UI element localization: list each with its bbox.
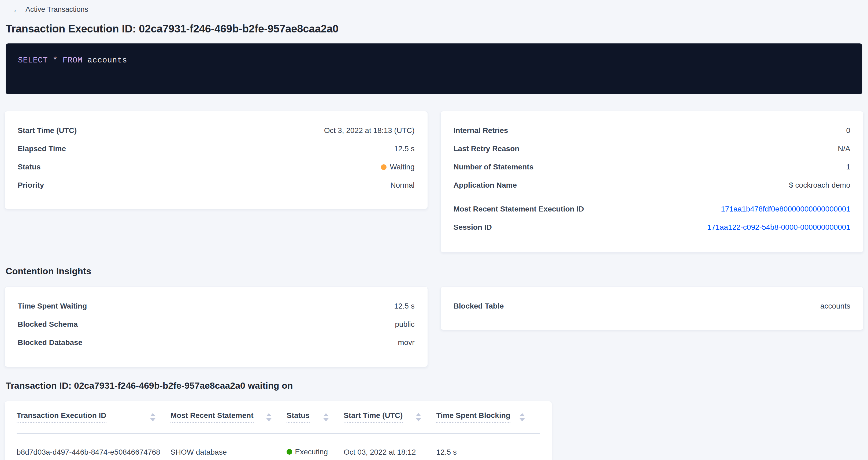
cell-start-time: Oct 03, 2022 at 18:12	[344, 433, 436, 460]
status-text: Waiting	[390, 163, 414, 171]
kv-row-blocked-database: Blocked Database movr	[18, 334, 415, 352]
kv-label: Application Name	[454, 181, 517, 189]
back-link-label: Active Transactions	[26, 5, 88, 14]
back-to-active-transactions-link[interactable]: ← Active Transactions	[12, 5, 88, 14]
kv-label: Most Recent Statement Execution ID	[454, 205, 584, 213]
kv-label: Priority	[18, 181, 44, 189]
cell-status: Executing	[286, 433, 344, 460]
kv-label: Number of Statements	[454, 163, 534, 171]
session-id-link[interactable]: 171aa122-c092-54b8-0000-000000000001	[707, 223, 850, 232]
card-divider	[454, 198, 850, 198]
kv-label: Start Time (UTC)	[18, 126, 77, 135]
sql-statement: SELECT * FROM accounts	[18, 56, 127, 65]
cell-most-recent-statement: SHOW database	[170, 433, 286, 460]
kv-value: $ cockroach demo	[789, 181, 850, 189]
waiting-on-heading: Transaction ID: 02ca7931-f246-469b-b2fe-…	[6, 380, 863, 391]
kv-row-number-of-statements: Number of Statements 1	[454, 158, 850, 176]
kv-value: 12.5 s	[394, 302, 414, 310]
column-header-label: Start Time (UTC)	[344, 411, 403, 423]
sql-keyword-select: SELECT	[18, 56, 48, 65]
contention-cards: Time Spent Waiting 12.5 s Blocked Schema…	[5, 286, 863, 367]
transaction-details-page: ← Active Transactions Transaction Execut…	[0, 0, 868, 460]
column-header-transaction-execution-id[interactable]: Transaction Execution ID	[17, 401, 170, 433]
kv-value: movr	[398, 338, 414, 347]
kv-value: accounts	[820, 302, 850, 310]
contention-card-right: Blocked Table accounts	[440, 286, 864, 330]
waiting-on-table-panel: Transaction Execution ID Most Recent Sta…	[5, 401, 552, 460]
kv-row-internal-retries: Internal Retries 0	[454, 121, 850, 140]
column-header-label: Most Recent Statement	[170, 411, 254, 423]
status-value: Waiting	[381, 163, 414, 171]
sort-arrows-icon[interactable]	[416, 413, 421, 421]
kv-label: Last Retry Reason	[454, 145, 520, 153]
sql-table-name: accounts	[87, 56, 127, 65]
cell-time-spent-blocking: 12.5 s	[436, 433, 540, 460]
kv-value: N/A	[838, 145, 850, 153]
kv-label: Blocked Table	[454, 302, 504, 310]
kv-row-status: Status Waiting	[18, 158, 415, 176]
kv-label: Status	[18, 163, 41, 171]
kv-label: Blocked Schema	[18, 320, 78, 329]
kv-row-start-time: Start Time (UTC) Oct 3, 2022 at 18:13 (U…	[18, 121, 415, 140]
column-header-label: Time Spent Blocking	[436, 411, 510, 423]
executing-status-dot-icon	[286, 449, 292, 455]
overview-card-right: Internal Retries 0 Last Retry Reason N/A…	[440, 111, 864, 252]
column-header-time-spent-blocking[interactable]: Time Spent Blocking	[436, 401, 540, 433]
sql-keyword-from: FROM	[63, 56, 83, 65]
contention-card-left: Time Spent Waiting 12.5 s Blocked Schema…	[5, 286, 428, 367]
waiting-on-table: Transaction Execution ID Most Recent Sta…	[17, 401, 540, 460]
kv-value: Normal	[390, 181, 414, 189]
kv-row-statement-execution-id: Most Recent Statement Execution ID 171aa…	[454, 200, 850, 218]
statement-execution-id-link[interactable]: 171aa1b478fdf0e80000000000000001	[721, 205, 850, 213]
kv-row-blocked-table: Blocked Table accounts	[454, 297, 850, 315]
kv-value: Oct 3, 2022 at 18:13 (UTC)	[324, 126, 415, 135]
waiting-status-dot-icon	[381, 164, 386, 170]
kv-value: 1	[846, 163, 850, 171]
sql-statement-box: SELECT * FROM accounts	[6, 43, 862, 94]
kv-row-session-id: Session ID 171aa122-c092-54b8-0000-00000…	[454, 218, 850, 237]
left-arrow-icon: ←	[12, 6, 21, 14]
sort-arrows-icon[interactable]	[323, 413, 329, 421]
column-header-most-recent-statement[interactable]: Most Recent Statement	[170, 401, 286, 433]
table-row: b8d7d03a-d497-446b-8474-e50846674768 SHO…	[17, 433, 540, 460]
kv-label: Session ID	[454, 223, 492, 232]
kv-row-elapsed-time: Elapsed Time 12.5 s	[18, 140, 415, 158]
table-header-row: Transaction Execution ID Most Recent Sta…	[17, 401, 540, 433]
column-header-label: Transaction Execution ID	[17, 411, 106, 423]
kv-label: Time Spent Waiting	[18, 302, 87, 310]
contention-insights-heading: Contention Insights	[6, 266, 863, 276]
status-text: Executing	[295, 448, 328, 456]
kv-label: Blocked Database	[18, 338, 82, 347]
column-header-start-time[interactable]: Start Time (UTC)	[344, 401, 436, 433]
sort-arrows-icon[interactable]	[520, 413, 525, 421]
kv-row-time-spent-waiting: Time Spent Waiting 12.5 s	[18, 297, 415, 315]
column-header-label: Status	[286, 411, 310, 423]
kv-value: 0	[846, 126, 850, 135]
sort-arrows-icon[interactable]	[266, 413, 272, 421]
kv-label: Internal Retries	[454, 126, 508, 135]
overview-card-left: Start Time (UTC) Oct 3, 2022 at 18:13 (U…	[5, 111, 428, 209]
kv-value: 12.5 s	[394, 145, 414, 153]
kv-value: public	[395, 320, 414, 329]
kv-row-priority: Priority Normal	[18, 176, 415, 194]
kv-row-blocked-schema: Blocked Schema public	[18, 315, 415, 334]
kv-row-application-name: Application Name $ cockroach demo	[454, 176, 850, 194]
sql-star-operator: *	[53, 56, 58, 65]
kv-row-last-retry-reason: Last Retry Reason N/A	[454, 140, 850, 158]
cell-transaction-execution-id: b8d7d03a-d497-446b-8474-e50846674768	[17, 433, 170, 460]
column-header-status[interactable]: Status	[286, 401, 344, 433]
sort-arrows-icon[interactable]	[150, 413, 155, 421]
page-title: Transaction Execution ID: 02ca7931-f246-…	[6, 23, 863, 35]
kv-label: Elapsed Time	[18, 145, 66, 153]
overview-cards: Start Time (UTC) Oct 3, 2022 at 18:13 (U…	[5, 111, 863, 252]
